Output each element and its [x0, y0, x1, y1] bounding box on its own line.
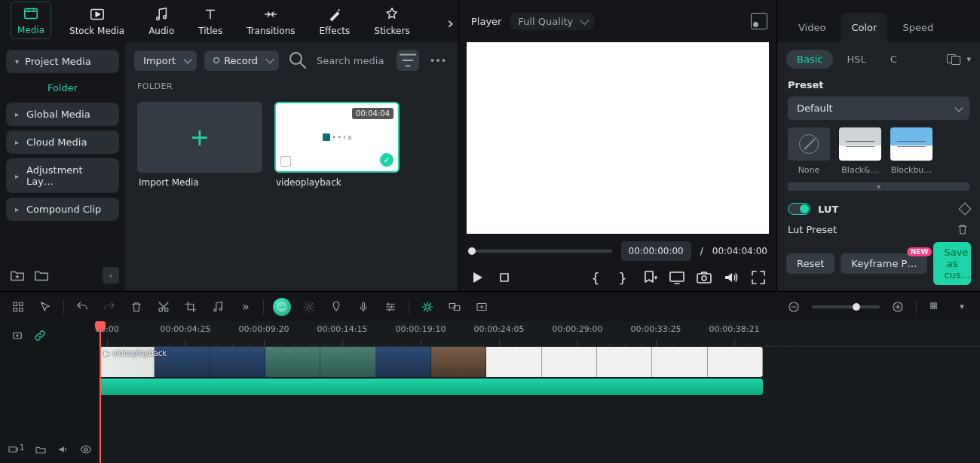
color-tab-hsl[interactable]: HSL — [836, 50, 876, 69]
zoom-slider[interactable] — [812, 305, 880, 308]
svg-point-3 — [157, 17, 160, 20]
media-clip-tile[interactable]: 00:04:04 • • r a ✓ — [274, 102, 400, 173]
redo-icon[interactable] — [100, 298, 118, 316]
trash-icon[interactable] — [956, 222, 969, 236]
compare-view-icon[interactable] — [947, 54, 960, 65]
group-icon[interactable] — [446, 298, 464, 316]
quality-select[interactable]: Full Quality — [510, 13, 594, 30]
play-icon[interactable] — [468, 268, 486, 287]
stickers-icon — [384, 6, 400, 23]
snapshot-icon[interactable] — [751, 13, 767, 29]
ai-assistant-icon[interactable]: ☺ — [273, 298, 291, 316]
search-input[interactable] — [317, 55, 389, 66]
effects-icon — [326, 6, 343, 23]
lut-toggle[interactable] — [788, 203, 810, 215]
video-clip[interactable]: ▶ videoplayback — [100, 347, 763, 377]
zoom-out-icon[interactable] — [785, 298, 803, 316]
time-ruler[interactable]: 00:0000:00:04:2500:00:09:2000:00:14:1500… — [100, 321, 980, 347]
player-total-time: 00:04:04:00 — [712, 246, 767, 256]
svg-rect-23 — [363, 302, 365, 308]
enhance-icon[interactable] — [300, 298, 318, 316]
preview-canvas[interactable] — [467, 42, 769, 234]
audio-mix-icon[interactable] — [381, 298, 400, 316]
chevron-down-icon[interactable]: ▾ — [966, 54, 971, 64]
sidebar-global-media[interactable]: Global Media — [6, 103, 119, 126]
player-current-time[interactable]: 00:00:00:00 — [621, 241, 691, 261]
sidebar-folder[interactable]: Folder — [6, 78, 119, 98]
tab-video[interactable]: Video — [788, 13, 836, 42]
more-icon[interactable] — [427, 50, 449, 71]
render-icon[interactable] — [418, 298, 436, 316]
preset-black-white[interactable]: Black&… — [839, 127, 881, 175]
pointer-icon[interactable] — [36, 298, 54, 316]
import-dropdown[interactable]: Import — [134, 51, 197, 71]
player-scrubber[interactable] — [468, 250, 612, 253]
filter-icon[interactable] — [397, 50, 419, 71]
link-icon[interactable] — [33, 329, 47, 345]
tab-effects[interactable]: Effects — [314, 3, 357, 39]
sidebar-project-media[interactable]: ▾ Project Media — [6, 50, 119, 73]
playhead[interactable] — [100, 321, 101, 463]
preset-none[interactable]: None — [788, 127, 830, 175]
ruler-tick: 00:00:33:25 — [630, 324, 681, 334]
delete-icon[interactable] — [127, 298, 145, 316]
volume-icon[interactable] — [722, 268, 740, 287]
color-tab-basic[interactable]: Basic — [786, 50, 833, 69]
track-add-icon[interactable]: 1 — [8, 443, 24, 458]
add-track-icon[interactable] — [473, 298, 491, 316]
keyframe-panel-button[interactable]: Keyframe P… — [841, 253, 927, 274]
cut-icon[interactable] — [155, 298, 173, 316]
preset-dropdown[interactable]: Default — [788, 97, 969, 120]
marker-icon[interactable]: ▾ — [641, 268, 659, 287]
tab-media[interactable]: Media — [11, 2, 51, 39]
undo-icon[interactable] — [73, 298, 91, 316]
sidebar-cloud-media[interactable]: Cloud Media — [6, 130, 119, 154]
crop-icon[interactable] — [182, 298, 200, 316]
sidebar: ▾ Project Media Folder Global Media Clou… — [0, 42, 125, 291]
timeline-options-icon[interactable]: ▾ — [953, 298, 971, 316]
record-dropdown[interactable]: Record — [204, 51, 279, 71]
stop-icon[interactable] — [495, 268, 513, 287]
camera-icon[interactable] — [695, 268, 713, 287]
check-icon: ✓ — [380, 153, 394, 167]
nav-more-icon[interactable]: › — [447, 14, 454, 32]
tab-audio[interactable]: Audio — [142, 3, 180, 39]
color-tab-curves[interactable]: C — [880, 50, 908, 69]
tab-titles[interactable]: Titles — [192, 3, 228, 39]
new-folder-icon[interactable] — [9, 267, 26, 284]
tab-transitions[interactable]: Transitions — [240, 3, 301, 39]
sidebar-collapse-icon[interactable]: ‹ — [103, 267, 119, 284]
import-label: Import — [143, 55, 176, 66]
mark-out-icon[interactable]: } — [614, 268, 632, 287]
new-bin-icon[interactable] — [33, 267, 50, 284]
display-icon[interactable] — [668, 268, 686, 287]
tab-stock-media[interactable]: Stock Media — [63, 3, 130, 39]
sidebar-adjustment-layer[interactable]: Adjustment Lay… — [6, 158, 119, 193]
tab-stickers-label: Stickers — [374, 26, 409, 36]
more-tools-icon[interactable]: » — [236, 298, 254, 316]
tab-color[interactable]: Color — [841, 13, 887, 42]
save-custom-button[interactable]: Save as cus… — [933, 242, 971, 285]
track-mute-icon[interactable] — [57, 443, 69, 458]
import-media-tile[interactable]: + — [137, 102, 262, 173]
reset-button[interactable]: Reset — [786, 253, 835, 274]
grid-icon[interactable] — [9, 298, 27, 316]
speed-icon[interactable] — [209, 298, 227, 316]
preset-blockbuster[interactable]: Blockbu… — [890, 127, 933, 175]
tab-speed[interactable]: Speed — [892, 13, 944, 42]
track-height-icon[interactable] — [926, 298, 944, 316]
keyframe-icon[interactable] — [959, 203, 972, 216]
voiceover-icon[interactable] — [354, 298, 372, 316]
track-visible-icon[interactable] — [80, 443, 92, 458]
audio-clip[interactable] — [100, 379, 763, 395]
mark-in-icon[interactable]: { — [586, 268, 605, 287]
track-lock-icon[interactable] — [35, 443, 47, 458]
preset-expand[interactable]: ▾ — [788, 182, 969, 191]
clip-duration: 00:04:04 — [352, 108, 394, 119]
fullscreen-icon[interactable] — [749, 268, 767, 287]
sidebar-compound-clip[interactable]: Compound Clip — [6, 198, 119, 221]
marker-tool-icon[interactable] — [327, 298, 345, 316]
zoom-in-icon[interactable] — [889, 298, 907, 316]
tab-stickers[interactable]: Stickers — [368, 3, 415, 39]
timeline-insert-icon[interactable] — [11, 329, 24, 345]
